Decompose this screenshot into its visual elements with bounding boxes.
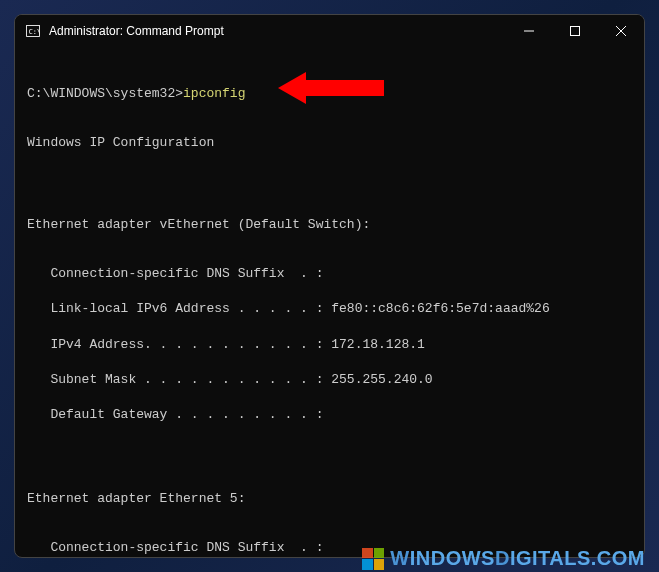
minimize-button[interactable] bbox=[506, 15, 552, 47]
adapter-block: Ethernet adapter vEthernet (Default Swit… bbox=[27, 185, 632, 441]
output-line: IPv4 Address. . . . . . . . . . . : 172.… bbox=[27, 336, 632, 354]
adapter-name: Ethernet adapter Ethernet 5: bbox=[27, 490, 632, 508]
watermark: WINDOWSDIGITALS.COM bbox=[362, 547, 645, 570]
cmd-icon: C:\ bbox=[25, 23, 41, 39]
svg-text:C:\: C:\ bbox=[29, 28, 40, 36]
prompt-path: C:\WINDOWS\system32> bbox=[27, 86, 183, 101]
close-button[interactable] bbox=[598, 15, 644, 47]
command-prompt-window: C:\ Administrator: Command Prompt C:\WIN… bbox=[14, 14, 645, 558]
terminal-output[interactable]: C:\WINDOWS\system32>ipconfig Windows IP … bbox=[15, 47, 644, 557]
svg-rect-3 bbox=[571, 27, 580, 36]
window-controls bbox=[506, 15, 644, 47]
prompt-line: C:\WINDOWS\system32>ipconfig bbox=[27, 85, 632, 103]
adapter-block: Ethernet adapter Ethernet 5: Connection-… bbox=[27, 458, 632, 557]
ip-config-header: Windows IP Configuration bbox=[27, 134, 632, 152]
output-line: Subnet Mask . . . . . . . . . . . : 255.… bbox=[27, 371, 632, 389]
output-line: Default Gateway . . . . . . . . . : bbox=[27, 406, 632, 424]
window-title: Administrator: Command Prompt bbox=[49, 24, 506, 38]
output-line: Connection-specific DNS Suffix . : bbox=[27, 265, 632, 283]
titlebar[interactable]: C:\ Administrator: Command Prompt bbox=[15, 15, 644, 47]
windows-logo-icon bbox=[362, 548, 384, 570]
output-line: Link-local IPv6 Address . . . . . : fe80… bbox=[27, 300, 632, 318]
watermark-text: WINDOWSDIGITALS.COM bbox=[390, 547, 645, 570]
prompt-command: ipconfig bbox=[183, 86, 245, 101]
adapter-name: Ethernet adapter vEthernet (Default Swit… bbox=[27, 216, 632, 234]
maximize-button[interactable] bbox=[552, 15, 598, 47]
